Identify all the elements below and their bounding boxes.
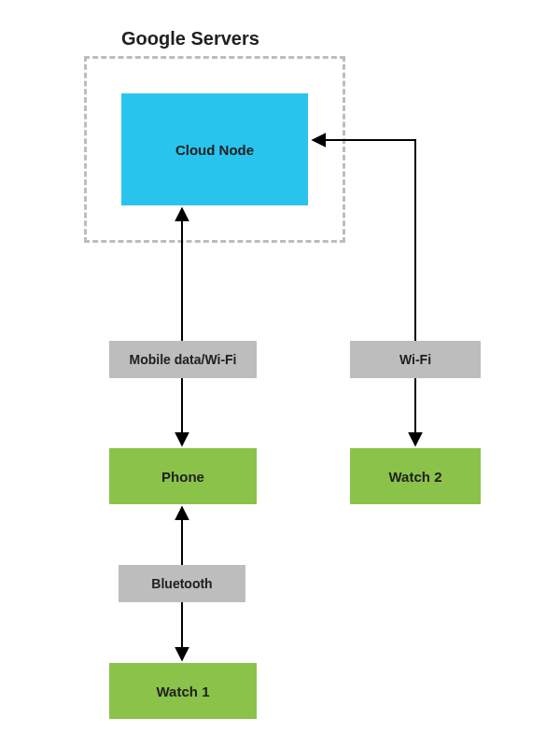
edge-label-bluetooth: Bluetooth <box>119 565 245 602</box>
node-watch2: Watch 2 <box>350 448 481 504</box>
node-cloud: Cloud Node <box>121 93 308 205</box>
node-phone: Phone <box>109 448 257 504</box>
group-title-google-servers: Google Servers <box>121 28 259 49</box>
node-watch1: Watch 1 <box>109 663 257 719</box>
edge-label-wifi: Wi-Fi <box>350 341 481 378</box>
edge-label-mobile-wifi: Mobile data/Wi-Fi <box>109 341 257 378</box>
